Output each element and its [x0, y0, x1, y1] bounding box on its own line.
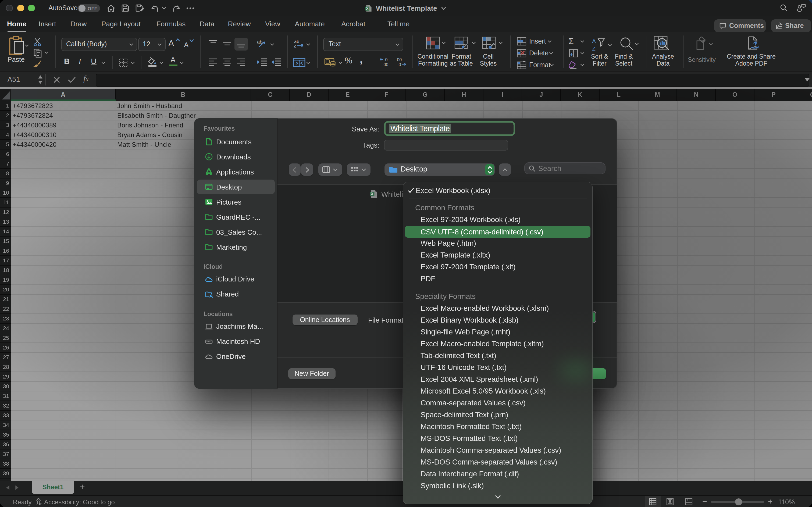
svg-text:.0: .0: [397, 62, 401, 67]
svg-text:ab: ab: [294, 39, 299, 44]
svg-text:ab: ab: [257, 39, 262, 45]
svg-text:A: A: [592, 38, 596, 44]
svg-text:.0: .0: [384, 58, 387, 62]
svg-text:.00: .00: [382, 62, 388, 67]
svg-text:Z: Z: [592, 45, 596, 52]
svg-text:X: X: [371, 192, 373, 196]
svg-text:c: c: [294, 44, 296, 49]
svg-text:.00: .00: [396, 58, 402, 62]
svg-text:X: X: [366, 6, 369, 10]
